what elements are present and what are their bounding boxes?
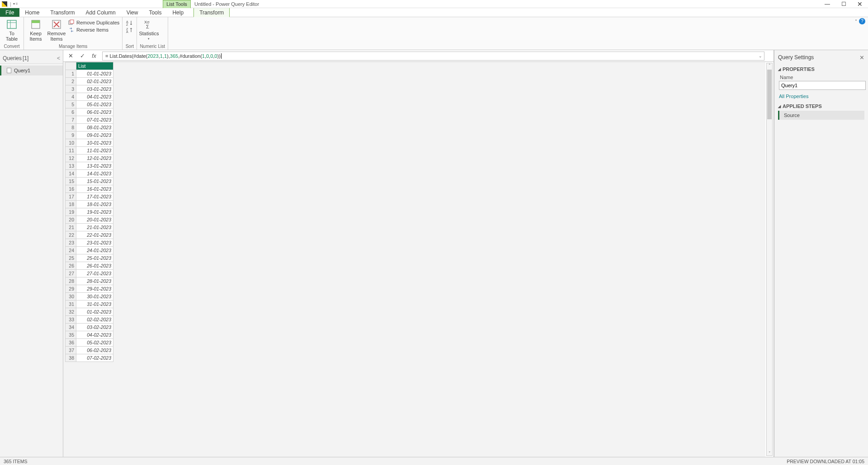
row-number[interactable]: 26 [66, 262, 76, 270]
cell-value[interactable]: 04-02-2023 [76, 331, 113, 339]
cell-value[interactable]: 12-01-2023 [76, 155, 113, 162]
table-row[interactable]: 2929-01-2023 [66, 285, 113, 293]
tab-file[interactable]: File [0, 8, 19, 17]
row-number[interactable]: 31 [66, 301, 76, 308]
properties-section-header[interactable]: ◢ PROPERTIES [778, 66, 864, 72]
table-row[interactable]: 909-01-2023 [66, 132, 113, 139]
tab-add-column[interactable]: Add Column [80, 8, 121, 17]
table-row[interactable]: 3030-01-2023 [66, 293, 113, 301]
row-header-corner[interactable] [66, 62, 76, 70]
table-row[interactable]: 1414-01-2023 [66, 170, 113, 178]
cell-value[interactable]: 05-02-2023 [76, 339, 113, 347]
scrollbar-thumb[interactable] [767, 70, 772, 119]
table-row[interactable]: 2828-01-2023 [66, 277, 113, 285]
table-row[interactable]: 202-01-2023 [66, 78, 113, 85]
table-row[interactable]: 1212-01-2023 [66, 155, 113, 162]
qat-overflow-icon[interactable]: ≡ [16, 2, 18, 6]
tab-transform[interactable]: Transform [45, 8, 80, 17]
table-row[interactable]: 1111-01-2023 [66, 147, 113, 155]
row-number[interactable]: 36 [66, 339, 76, 347]
cell-value[interactable]: 26-01-2023 [76, 262, 113, 270]
row-number[interactable]: 28 [66, 277, 76, 285]
fx-icon[interactable]: fx [90, 52, 98, 60]
cell-value[interactable]: 18-01-2023 [76, 201, 113, 208]
all-properties-link[interactable]: All Properties [779, 94, 864, 99]
table-row[interactable]: 3807-02-2023 [66, 354, 113, 362]
table-row[interactable]: 404-01-2023 [66, 93, 113, 101]
row-number[interactable]: 23 [66, 239, 76, 247]
help-icon[interactable]: ? [859, 18, 865, 24]
to-table-button[interactable]: To Table [3, 18, 21, 42]
row-number[interactable]: 14 [66, 170, 76, 178]
row-number[interactable]: 29 [66, 285, 76, 293]
data-table[interactable]: List 101-01-2023202-01-2023303-01-202340… [65, 62, 113, 362]
table-row[interactable]: 1818-01-2023 [66, 201, 113, 208]
table-row[interactable]: 2020-01-2023 [66, 216, 113, 224]
cell-value[interactable]: 28-01-2023 [76, 277, 113, 285]
row-number[interactable]: 9 [66, 132, 76, 139]
row-number[interactable]: 15 [66, 178, 76, 185]
cell-value[interactable]: 15-01-2023 [76, 178, 113, 185]
scroll-down-icon[interactable]: ˅ [769, 451, 771, 456]
cell-value[interactable]: 08-01-2023 [76, 124, 113, 132]
table-row[interactable]: 3706-02-2023 [66, 347, 113, 354]
table-row[interactable]: 707-01-2023 [66, 116, 113, 124]
commit-formula-button[interactable]: ✓ [79, 52, 86, 60]
cell-value[interactable]: 09-01-2023 [76, 132, 113, 139]
qat-dropdown-icon[interactable]: ▾ [13, 2, 15, 6]
cell-value[interactable]: 27-01-2023 [76, 270, 113, 277]
query-item-query1[interactable]: Query1 [0, 66, 63, 75]
row-number[interactable]: 32 [66, 308, 76, 316]
cell-value[interactable]: 06-02-2023 [76, 347, 113, 354]
row-number[interactable]: 5 [66, 101, 76, 108]
cell-value[interactable]: 14-01-2023 [76, 170, 113, 178]
row-number[interactable]: 27 [66, 270, 76, 277]
table-row[interactable]: 3605-02-2023 [66, 339, 113, 347]
tab-help[interactable]: Help [167, 8, 189, 17]
table-row[interactable]: 2727-01-2023 [66, 270, 113, 277]
table-row[interactable]: 2424-01-2023 [66, 247, 113, 254]
row-number[interactable]: 11 [66, 147, 76, 155]
table-row[interactable]: 808-01-2023 [66, 124, 113, 132]
row-number[interactable]: 38 [66, 354, 76, 362]
row-number[interactable]: 12 [66, 155, 76, 162]
cell-value[interactable]: 04-01-2023 [76, 93, 113, 101]
close-settings-button[interactable]: ✕ [859, 54, 864, 61]
formula-expand-icon[interactable]: ⌄ [759, 54, 762, 58]
collapse-queries-icon[interactable]: < [57, 55, 60, 61]
row-number[interactable]: 6 [66, 108, 76, 116]
cell-value[interactable]: 07-02-2023 [76, 354, 113, 362]
tab-context-transform[interactable]: Transform [193, 8, 230, 17]
cell-value[interactable]: 30-01-2023 [76, 293, 113, 301]
table-row[interactable]: 2121-01-2023 [66, 224, 113, 231]
cell-value[interactable]: 19-01-2023 [76, 208, 113, 216]
table-row[interactable]: 3302-02-2023 [66, 316, 113, 324]
row-number[interactable]: 30 [66, 293, 76, 301]
tab-home[interactable]: Home [19, 8, 45, 17]
row-number[interactable]: 35 [66, 331, 76, 339]
tab-tools[interactable]: Tools [143, 8, 167, 17]
cell-value[interactable]: 29-01-2023 [76, 285, 113, 293]
row-number[interactable]: 16 [66, 185, 76, 193]
cell-value[interactable]: 01-02-2023 [76, 308, 113, 316]
row-number[interactable]: 4 [66, 93, 76, 101]
cell-value[interactable]: 06-01-2023 [76, 108, 113, 116]
row-number[interactable]: 33 [66, 316, 76, 324]
query-name-input[interactable] [779, 81, 866, 90]
cell-value[interactable]: 31-01-2023 [76, 301, 113, 308]
table-row[interactable]: 1313-01-2023 [66, 162, 113, 170]
table-row[interactable]: 2626-01-2023 [66, 262, 113, 270]
cell-value[interactable]: 17-01-2023 [76, 193, 113, 201]
statistics-button[interactable]: XσΣ Statistics ▾ [140, 18, 158, 42]
scroll-up-icon[interactable]: ˄ [769, 63, 771, 68]
table-row[interactable]: 1010-01-2023 [66, 139, 113, 147]
cell-value[interactable]: 07-01-2023 [76, 116, 113, 124]
row-number[interactable]: 25 [66, 254, 76, 262]
row-number[interactable]: 10 [66, 139, 76, 147]
cell-value[interactable]: 05-01-2023 [76, 101, 113, 108]
cancel-formula-button[interactable]: ✕ [67, 52, 74, 60]
table-row[interactable]: 3201-02-2023 [66, 308, 113, 316]
cell-value[interactable]: 02-01-2023 [76, 78, 113, 85]
row-number[interactable]: 24 [66, 247, 76, 254]
row-number[interactable]: 7 [66, 116, 76, 124]
